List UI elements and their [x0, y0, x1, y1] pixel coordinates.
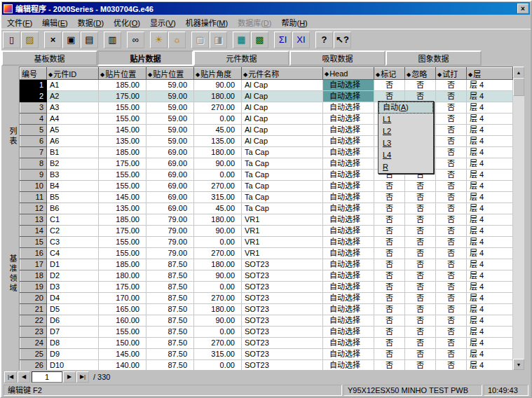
cell-no[interactable]: 20 [20, 293, 47, 304]
cell-name[interactable]: SOT23 [242, 349, 323, 360]
cell-ignore[interactable]: 否 [405, 338, 436, 349]
cell-head[interactable]: 自动选择 [323, 102, 374, 114]
cell-angle[interactable]: 0.00 [194, 327, 242, 338]
page-number-input[interactable] [32, 371, 62, 383]
cell-head[interactable]: 自动选择 [323, 327, 374, 338]
cell-layer[interactable]: 层 4 [467, 181, 513, 192]
cell-head[interactable]: 自动选择 [323, 158, 374, 170]
cell-ignore[interactable]: 否 [405, 349, 436, 360]
cell-place-x[interactable]: 150.00 [99, 338, 146, 349]
cell-id[interactable]: D4 [47, 293, 99, 304]
cell-layer[interactable]: 层 4 [467, 282, 513, 293]
cell-name[interactable]: Ta Cap [242, 192, 323, 203]
cell-head[interactable]: 自动选择 [323, 91, 374, 102]
cell-name[interactable]: SOT23 [242, 293, 323, 304]
cell-trial[interactable]: 否 [436, 349, 467, 360]
cell-no[interactable]: 22 [20, 315, 47, 327]
cell-trial[interactable]: 否 [436, 203, 467, 214]
cell-name[interactable]: SOT23 [242, 360, 323, 371]
col-header-ignore[interactable]: ◆忽略 [405, 68, 436, 80]
scroll-down-icon[interactable]: ▼ [513, 359, 524, 370]
cell-place-y[interactable]: 87.50 [146, 315, 194, 327]
menu-item-file[interactable]: 文件(F) [2, 15, 37, 29]
cell-name[interactable]: Al Cap [242, 80, 323, 91]
cell-layer[interactable]: 层 4 [467, 147, 513, 158]
cell-place-y[interactable]: 59.00 [146, 80, 194, 91]
cell-id[interactable]: C1 [47, 214, 99, 226]
cell-mark[interactable]: 否 [374, 304, 405, 315]
cell-place-y[interactable]: 69.00 [146, 170, 194, 181]
col-header-id[interactable]: ◆元件ID [47, 68, 99, 80]
cell-angle[interactable]: 90.00 [194, 270, 242, 282]
col-header-place-x[interactable]: ◆贴片位置 [99, 68, 146, 80]
dropdown-item[interactable]: L4 [378, 149, 433, 161]
cell-trial[interactable]: 否 [436, 192, 467, 203]
cell-layer[interactable]: 层 4 [467, 259, 513, 270]
cell-ignore[interactable]: 否 [405, 248, 436, 259]
cell-name[interactable]: SOT23 [242, 327, 323, 338]
cell-name[interactable]: SOT23 [242, 270, 323, 282]
dropdown-item[interactable]: L1 [378, 114, 433, 125]
cell-no[interactable]: 18 [20, 270, 47, 282]
cell-ignore[interactable]: 否 [405, 327, 436, 338]
cell-ignore[interactable]: 否 [405, 315, 436, 327]
cell-name[interactable]: SOT23 [242, 338, 323, 349]
cell-id[interactable]: D7 [47, 327, 99, 338]
cell-id[interactable]: B2 [47, 158, 99, 170]
cell-ignore[interactable]: 否 [405, 80, 436, 91]
cell-place-y[interactable]: 69.00 [146, 147, 194, 158]
cell-place-y[interactable]: 79.00 [146, 248, 194, 259]
cell-angle[interactable]: 0.00 [194, 360, 242, 371]
cell-no[interactable]: 9 [20, 170, 47, 181]
cell-name[interactable]: Al Cap [242, 114, 323, 125]
cell-name[interactable]: SOT23 [242, 259, 323, 270]
cell-place-y[interactable]: 59.00 [146, 125, 194, 136]
cell-no[interactable]: 2 [20, 91, 47, 102]
cell-no[interactable]: 3 [20, 102, 47, 114]
cell-trial[interactable]: 否 [436, 282, 467, 293]
cell-ignore[interactable]: 否 [405, 293, 436, 304]
cell-layer[interactable]: 层 4 [467, 304, 513, 315]
tab-board[interactable]: 基板数据 [1, 50, 97, 66]
cell-name[interactable]: VR1 [242, 214, 323, 226]
cell-id[interactable]: A3 [47, 102, 99, 114]
col-header-layer[interactable]: ◆层 [467, 68, 513, 80]
cell-no[interactable]: 11 [20, 192, 47, 203]
cell-place-y[interactable]: 79.00 [146, 237, 194, 248]
cell-id[interactable]: C4 [47, 248, 99, 259]
cell-place-x[interactable]: 185.00 [99, 259, 146, 270]
cell-place-y[interactable]: 79.00 [146, 226, 194, 237]
cell-trial[interactable]: 否 [436, 304, 467, 315]
cell-id[interactable]: A2 [47, 91, 99, 102]
paste-icon[interactable]: ▤ [81, 32, 98, 48]
context-help-icon[interactable]: ↖? [334, 32, 351, 48]
cell-no[interactable]: 1 [20, 80, 47, 91]
cell-id[interactable]: B1 [47, 147, 99, 158]
cell-head[interactable]: 自动选择 [323, 214, 374, 226]
cell-angle[interactable]: 90.00 [194, 315, 242, 327]
last-page-button[interactable]: ▶| [76, 371, 89, 383]
cell-trial[interactable]: 否 [436, 360, 467, 371]
cell-id[interactable]: D9 [47, 349, 99, 360]
cell-id[interactable]: D6 [47, 315, 99, 327]
col-header-mark[interactable]: ◆标记 [374, 68, 405, 80]
cell-layer[interactable]: 层 4 [467, 125, 513, 136]
cell-head[interactable]: 自动选择 [323, 80, 374, 91]
cell-no[interactable]: 17 [20, 259, 47, 270]
cell-name[interactable]: SOT23 [242, 282, 323, 293]
col-header-no[interactable]: 编号 [20, 68, 47, 80]
cell-angle[interactable]: 270.00 [194, 293, 242, 304]
cell-head[interactable]: 自动选择 [323, 237, 374, 248]
cell-no[interactable]: 15 [20, 237, 47, 248]
cell-no[interactable]: 4 [20, 114, 47, 125]
cell-name[interactable]: VR1 [242, 226, 323, 237]
cell-place-y[interactable]: 59.00 [146, 114, 194, 125]
cell-angle[interactable]: 90.00 [194, 158, 242, 170]
cell-no[interactable]: 12 [20, 203, 47, 214]
cell-head[interactable]: 自动选择 [323, 203, 374, 214]
cell-name[interactable]: Ta Cap [242, 181, 323, 192]
cell-head[interactable]: 自动选择 [323, 192, 374, 203]
cell-trial[interactable]: 否 [436, 91, 467, 102]
cell-no[interactable]: 24 [20, 338, 47, 349]
cell-place-x[interactable]: 135.00 [99, 136, 146, 147]
